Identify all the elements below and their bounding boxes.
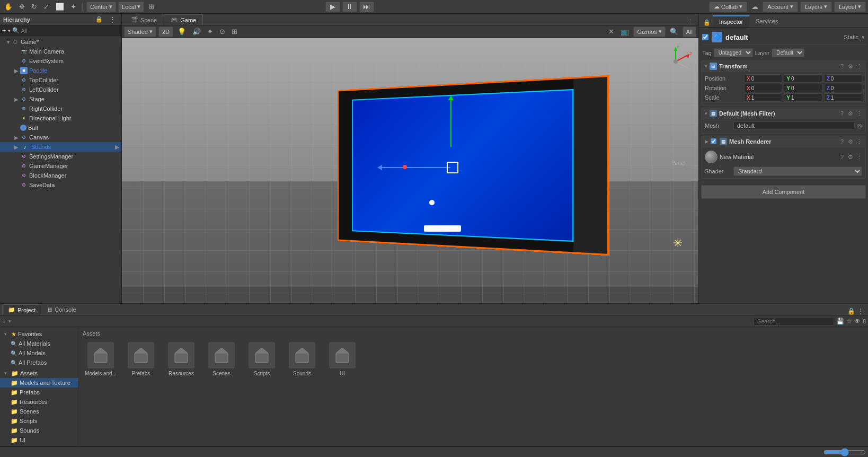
space-mode-btn[interactable]: Local ▾ (118, 2, 144, 12)
material-settings-icon[interactable]: ⚙ (848, 154, 853, 161)
transform-header[interactable]: ▾ ⊞ Transform ? ⚙ ⋮ (702, 61, 865, 72)
project-sounds[interactable]: 📁 Sounds (0, 426, 78, 435)
hand-tool-btn[interactable]: ✋ (2, 2, 15, 12)
account-btn[interactable]: Account ▾ (763, 2, 798, 12)
hierarchy-item-ball[interactable]: Ball (0, 123, 121, 133)
scene-tab[interactable]: 🎬 Scene (124, 14, 164, 25)
project-all-materials[interactable]: 🔍 All Materials (0, 339, 78, 348)
transform-overflow-icon[interactable]: ⋮ (856, 63, 862, 70)
meshrenderer-overflow-icon[interactable]: ⋮ (856, 138, 862, 145)
meshrenderer-settings-icon[interactable]: ⚙ (848, 138, 853, 145)
material-help-icon[interactable]: ? (840, 154, 844, 160)
hierarchy-menu-icon[interactable]: ⋮ (107, 14, 118, 25)
project-favorites-header[interactable]: ▾ ★ Favorites (0, 329, 78, 339)
hierarchy-item-leftcollider[interactable]: ⚙ LeftCollider (0, 85, 121, 94)
pos-z-field[interactable]: Z 0 (824, 74, 862, 83)
mesh-select-icon[interactable]: ◎ (857, 122, 862, 129)
bottom-add-btn[interactable]: + (2, 317, 6, 325)
step-btn[interactable]: ⏭ (359, 2, 374, 12)
cloud-btn[interactable]: ☁ (749, 2, 760, 12)
resolution-btn[interactable]: 📺 (618, 27, 631, 37)
scene-btn2[interactable]: ⊞ (229, 27, 240, 37)
transform-help-icon[interactable]: ? (840, 63, 844, 69)
pos-x-field[interactable]: X 0 (744, 74, 782, 83)
assets-search-input[interactable] (754, 317, 834, 326)
gizmos-btn[interactable]: Gizmos ▾ (633, 27, 665, 37)
tab-console[interactable]: 🖥 Console (41, 304, 81, 315)
play-btn[interactable]: ▶ (325, 2, 340, 12)
pos-y-field[interactable]: Y 0 (784, 74, 822, 83)
transform-settings-icon[interactable]: ⚙ (848, 63, 853, 70)
layers-btn[interactable]: Layers ▾ (800, 2, 832, 12)
audio-btn[interactable]: 🔊 (190, 27, 203, 37)
hierarchy-search-input[interactable] (21, 28, 119, 34)
scale-y-field[interactable]: Y 1 (784, 93, 822, 102)
material-overflow-icon[interactable]: ⋮ (856, 154, 862, 161)
layout-btn[interactable]: Layout ▾ (834, 2, 866, 12)
hierarchy-item-settingsmanager[interactable]: ⚙ SettingsManager (0, 152, 121, 161)
layer-dropdown[interactable]: Default (772, 48, 804, 57)
scale-tool-btn[interactable]: ⤢ (41, 2, 51, 12)
meshrenderer-header[interactable]: ▶ ▦ Mesh Renderer ? ⚙ ⋮ (702, 136, 865, 147)
obj-active-checkbox[interactable] (702, 34, 708, 40)
project-resources[interactable]: 📁 Resources (0, 397, 78, 407)
pause-btn[interactable]: ⏸ (342, 2, 357, 12)
tab-services[interactable]: Services (749, 15, 784, 27)
project-models-texture[interactable]: 📁 Models and Texture (0, 378, 78, 388)
asset-resources[interactable]: Resources (163, 342, 199, 377)
hierarchy-item-dirlight[interactable]: ☀ Directional Light (0, 113, 121, 123)
eye-icon[interactable]: 👁 (854, 318, 861, 325)
scene-canvas[interactable]: ✳ Persp Y Z (122, 38, 698, 303)
meshrenderer-checkbox[interactable] (711, 138, 716, 145)
rot-z-field[interactable]: Z 0 (824, 84, 862, 92)
rot-y-field[interactable]: Y 0 (784, 84, 822, 92)
meshfilter-overflow-icon[interactable]: ⋮ (856, 110, 862, 117)
meshfilter-settings-icon[interactable]: ⚙ (848, 110, 853, 117)
asset-scenes[interactable]: Scenes (203, 342, 240, 377)
scale-x-field[interactable]: X 1 (744, 93, 782, 102)
hierarchy-item-savedata[interactable]: ⚙ SaveData (0, 180, 121, 190)
meshrenderer-help-icon[interactable]: ? (840, 138, 844, 145)
2d-btn[interactable]: 2D (158, 27, 173, 37)
hierarchy-item-canvas[interactable]: ▶ ⚙ Canvas (0, 133, 121, 142)
all-btn[interactable]: All (683, 27, 696, 37)
project-prefabs[interactable]: 📁 Prefabs (0, 388, 78, 397)
hierarchy-lock-icon[interactable]: 🔒 (93, 14, 105, 25)
asset-models-and-texture[interactable]: Models and... (83, 342, 119, 377)
rotate-tool-btn[interactable]: ↻ (29, 2, 39, 12)
asset-scripts[interactable]: Scripts (244, 342, 280, 377)
add-component-btn[interactable]: Add Component (701, 185, 866, 199)
hierarchy-item-paddle[interactable]: ▶ ■ Paddle (0, 66, 121, 75)
collab-btn[interactable]: ☁ Collab ▾ (709, 2, 747, 12)
scene-btn1[interactable]: ⊙ (217, 27, 227, 37)
project-all-prefabs[interactable]: 🔍 All Prefabs (0, 358, 78, 367)
shader-dropdown[interactable]: Standard (733, 166, 862, 176)
shading-dropdown[interactable]: Shaded ▾ (124, 27, 156, 37)
hierarchy-item-game[interactable]: ▾ ⬡ Game* (0, 37, 121, 47)
scale-z-field[interactable]: Z 1 (824, 93, 862, 102)
tab-inspector[interactable]: Inspector (713, 15, 749, 27)
scene-settings-icon[interactable]: ✕ (606, 27, 616, 37)
bottom-lock-icon[interactable]: 🔒 (847, 307, 855, 315)
rot-x-field[interactable]: X 0 (744, 84, 782, 92)
rect-tool-btn[interactable]: ⬜ (54, 2, 66, 12)
hierarchy-item-rightcollider[interactable]: ⚙ RightCollider (0, 104, 121, 113)
transform-tool-btn[interactable]: ✦ (68, 2, 78, 12)
inspector-lock-icon[interactable]: 🔒 (703, 19, 711, 26)
hierarchy-item-gamemanager[interactable]: ⚙ GameManager (0, 161, 121, 171)
light-btn[interactable]: 💡 (175, 27, 188, 37)
view-tabs-menu-icon[interactable]: ⋮ (684, 18, 696, 25)
tag-dropdown[interactable]: Untagged (714, 48, 753, 57)
bottom-menu-icon[interactable]: ⋮ (857, 307, 864, 315)
game-tab[interactable]: 🎮 Game (164, 14, 203, 25)
project-ui[interactable]: 📁 UI (0, 435, 78, 445)
meshfilter-header[interactable]: ▾ ▦ Default (Mesh Filter) ? ⚙ ⋮ (702, 108, 865, 119)
project-scenes[interactable]: 📁 Scenes (0, 407, 78, 416)
hierarchy-item-maincamera[interactable]: 📷 Main Camera (0, 47, 121, 56)
tab-project[interactable]: 📁 Project (2, 304, 41, 315)
static-dropdown-icon[interactable]: ▾ (862, 34, 865, 41)
filter-icon[interactable]: 8 (863, 318, 866, 324)
asset-ui[interactable]: UI (324, 342, 360, 377)
asset-sounds[interactable]: Sounds (284, 342, 320, 377)
project-all-models[interactable]: 🔍 All Models (0, 348, 78, 358)
